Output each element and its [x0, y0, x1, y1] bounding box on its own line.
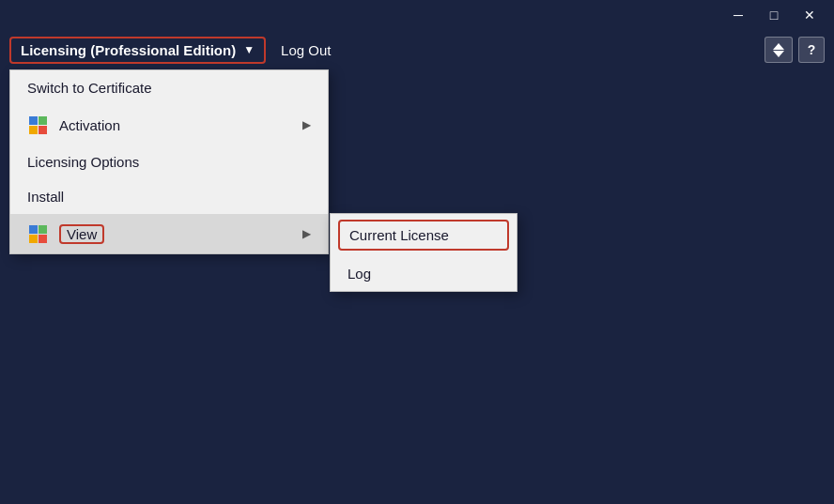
install-label: Install [27, 189, 311, 205]
menu-item-switch-to-certificate[interactable]: Switch to Certificate [10, 70, 328, 105]
menu-item-activation[interactable]: Activation ▶ [10, 105, 328, 145]
activation-icon [27, 115, 48, 135]
licensing-dropdown-arrow: ▼ [243, 43, 255, 56]
arrow-down-icon [773, 51, 784, 57]
menu-bar-right: ? [764, 37, 825, 63]
title-bar: ─ □ ✕ [0, 0, 834, 30]
view-label: View [59, 224, 104, 244]
licensing-menu-item[interactable]: Licensing (Professional Edition) ▼ [9, 37, 266, 64]
submenu-item-log[interactable]: Log [331, 256, 517, 291]
view-submenu: Current License Log [330, 213, 517, 292]
view-submenu-arrow: ▶ [302, 227, 311, 240]
activation-label: Activation [59, 117, 302, 133]
activation-submenu-arrow: ▶ [302, 118, 311, 131]
arrow-up-icon [773, 43, 784, 50]
licensing-options-label: Licensing Options [27, 154, 311, 170]
maximize-button[interactable]: □ [757, 3, 791, 27]
help-button[interactable]: ? [798, 37, 825, 63]
licensing-label: Licensing (Professional Edition) [21, 42, 236, 58]
dropdown-menu: Switch to Certificate Activation ▶ Licen… [9, 69, 329, 254]
sort-icon-button[interactable] [764, 37, 793, 63]
menu-item-licensing-options[interactable]: Licensing Options [10, 145, 328, 179]
view-icon [27, 223, 48, 244]
close-button[interactable]: ✕ [793, 3, 826, 27]
menu-item-view[interactable]: View ▶ Current License Log [10, 214, 328, 253]
minimize-button[interactable]: ─ [721, 3, 755, 27]
menu-item-install[interactable]: Install [10, 179, 328, 214]
title-bar-controls: ─ □ ✕ [721, 3, 826, 27]
log-label: Log [348, 266, 371, 282]
menu-bar: Licensing (Professional Edition) ▼ Log O… [0, 30, 834, 69]
switch-to-certificate-label: Switch to Certificate [27, 80, 311, 96]
logout-menu-item[interactable]: Log Out [281, 42, 331, 58]
submenu-item-current-license[interactable]: Current License [338, 220, 509, 251]
current-license-label: Current License [349, 227, 449, 243]
